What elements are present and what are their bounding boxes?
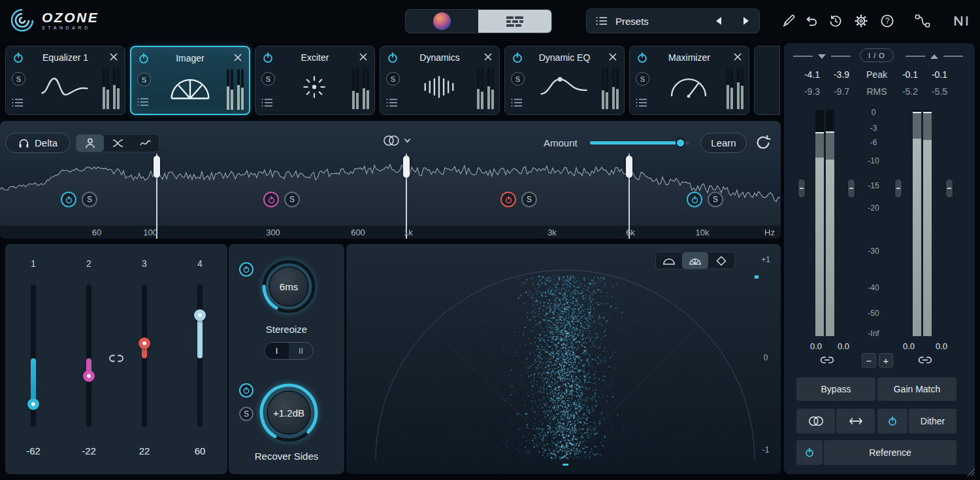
output-link-icon[interactable]: [917, 355, 934, 365]
chain-view-button[interactable]: [478, 10, 551, 33]
band4-solo-button[interactable]: S: [708, 192, 723, 207]
bypass-button[interactable]: Bypass: [796, 377, 875, 401]
crossover-handle-1[interactable]: [154, 156, 160, 178]
scale-label: -50: [859, 309, 888, 318]
history-icon[interactable]: [828, 14, 843, 28]
undo-icon[interactable]: [804, 15, 819, 27]
module-solo-button[interactable]: S: [511, 72, 525, 86]
reset-loop-icon[interactable]: [754, 133, 772, 152]
io-toggle[interactable]: I / O: [860, 48, 894, 62]
preset-next-button[interactable]: [742, 16, 750, 26]
module-card-dynamics[interactable]: Dynamics S: [380, 46, 500, 115]
recover-sides-solo-button[interactable]: S: [239, 407, 253, 421]
module-card-maximizer[interactable]: Maximizer S: [629, 46, 749, 115]
module-card-equalizer[interactable]: Equalizer 1 S: [5, 46, 125, 115]
stereoize-mode-ii[interactable]: II: [289, 343, 313, 359]
band3-power-button[interactable]: [500, 192, 516, 207]
stereoize-power-button[interactable]: [239, 262, 253, 277]
polar-sample-view-button[interactable]: [656, 252, 682, 269]
band4-width-handle[interactable]: [194, 309, 206, 321]
module-preset-list-icon[interactable]: [386, 98, 398, 107]
module-card-imager[interactable]: Imager S: [130, 46, 250, 115]
module-close-icon[interactable]: [358, 52, 368, 62]
collapse-right-button[interactable]: [906, 52, 963, 60]
settings-gear-icon[interactable]: [854, 14, 868, 28]
module-power-icon[interactable]: [636, 52, 648, 63]
band4-power-button[interactable]: [687, 192, 702, 207]
polar-level-view-button[interactable]: [682, 252, 708, 269]
stereoize-mode-i[interactable]: I: [265, 343, 289, 359]
delta-button[interactable]: Delta: [5, 133, 71, 153]
trim-minus-button[interactable]: −: [862, 353, 876, 368]
band2-width-handle[interactable]: [83, 370, 95, 382]
module-power-icon[interactable]: [512, 52, 523, 63]
band-link-icon[interactable]: [108, 353, 124, 364]
collapse-left-button[interactable]: [793, 52, 851, 60]
band1-solo-button[interactable]: S: [82, 192, 97, 207]
band3-width-handle[interactable]: [139, 337, 150, 349]
help-icon[interactable]: ?: [880, 14, 894, 28]
module-power-icon[interactable]: [387, 52, 399, 63]
crossover-handle-3[interactable]: [626, 156, 632, 178]
module-solo-button[interactable]: S: [12, 72, 25, 86]
module-power-icon[interactable]: [138, 52, 150, 64]
module-meter: [356, 69, 359, 109]
band1-power-button[interactable]: [61, 192, 76, 207]
dither-power-button[interactable]: [877, 409, 907, 434]
module-preset-list-icon[interactable]: [261, 98, 273, 107]
module-preset-list-icon[interactable]: [12, 98, 24, 107]
channel-swap-button[interactable]: [836, 409, 875, 434]
module-solo-button[interactable]: S: [386, 72, 400, 86]
gain-match-button[interactable]: Gain Match: [877, 377, 956, 401]
module-preset-list-icon[interactable]: [137, 97, 149, 107]
audition-person-button[interactable]: [76, 135, 104, 152]
module-close-icon[interactable]: [233, 52, 243, 63]
signal-routing-icon[interactable]: [915, 14, 930, 28]
presets-dropdown[interactable]: Presets: [586, 9, 760, 33]
module-power-icon[interactable]: [262, 52, 274, 63]
band2-width-slider[interactable]: [86, 284, 91, 427]
module-close-icon[interactable]: [108, 52, 119, 62]
edit-pencil-icon[interactable]: [781, 14, 795, 27]
preset-prev-button[interactable]: [715, 16, 723, 26]
sphere-view-button[interactable]: [406, 10, 478, 33]
module-preset-list-icon[interactable]: [511, 98, 523, 107]
output-gain-fader-right[interactable]: [945, 179, 953, 198]
band2-solo-button[interactable]: S: [284, 192, 300, 207]
dither-button[interactable]: Dither: [909, 409, 956, 434]
audition-crossover-button[interactable]: [104, 135, 131, 152]
module-preset-list-icon[interactable]: [636, 98, 647, 107]
band3-solo-button[interactable]: S: [521, 192, 537, 207]
module-solo-button[interactable]: S: [636, 72, 649, 86]
band1-width-handle[interactable]: [27, 398, 39, 410]
band2-power-button[interactable]: [263, 192, 279, 207]
module-close-icon[interactable]: [608, 52, 618, 62]
module-solo-button[interactable]: S: [137, 73, 151, 86]
input-link-icon[interactable]: [819, 355, 836, 365]
crossover-handle-2[interactable]: [403, 156, 410, 178]
module-card-dynamic-eq[interactable]: Dynamic EQ S: [504, 46, 625, 115]
module-close-icon[interactable]: [483, 52, 493, 62]
resize-grip[interactable]: [966, 467, 976, 477]
reference-power-button[interactable]: [796, 440, 823, 465]
ozone-logo: OZONE STANDARD: [9, 7, 99, 33]
input-gain-fader-right[interactable]: [847, 179, 855, 198]
amount-slider-track[interactable]: [590, 141, 689, 145]
learn-button[interactable]: Learn: [700, 133, 747, 153]
module-solo-button[interactable]: S: [261, 72, 275, 86]
recover-sides-power-button[interactable]: [239, 383, 253, 398]
spectrum-channel-selector[interactable]: [382, 134, 411, 147]
module-meter: [117, 69, 120, 109]
amount-slider-knob[interactable]: [676, 138, 685, 148]
output-gain-fader-left[interactable]: [894, 179, 902, 198]
module-power-icon[interactable]: [12, 52, 24, 63]
stereo-mode-button[interactable]: [796, 409, 835, 434]
lissajous-view-button[interactable]: [708, 252, 734, 269]
trim-plus-button[interactable]: +: [879, 353, 893, 368]
input-gain-fader-left[interactable]: [798, 179, 806, 198]
audition-wave-button[interactable]: [131, 135, 159, 152]
reference-button[interactable]: Reference: [824, 440, 956, 465]
module-card-exciter[interactable]: Exciter S: [255, 46, 375, 115]
module-close-icon[interactable]: [732, 52, 743, 62]
module-card-partial[interactable]: [754, 46, 780, 115]
